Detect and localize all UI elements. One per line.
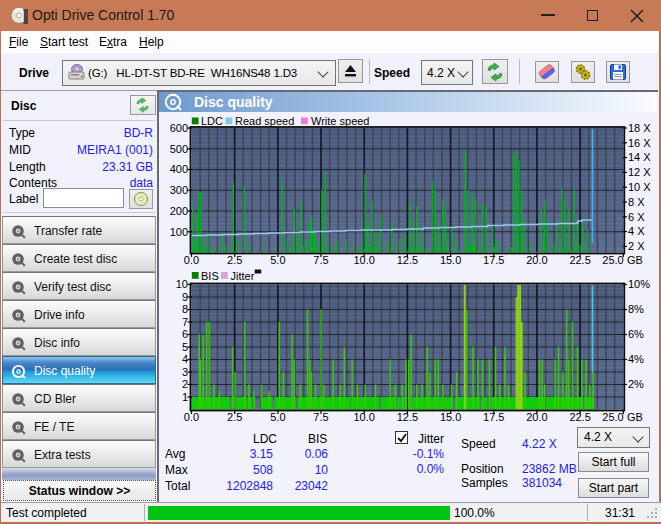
svg-text:10 X: 10 X: [628, 181, 651, 193]
svg-text:16 X: 16 X: [628, 137, 651, 149]
svg-text:4 X: 4 X: [628, 225, 645, 237]
svg-text:8 X: 8 X: [628, 196, 645, 208]
svg-text:9: 9: [182, 291, 188, 303]
svg-text:BIS: BIS: [201, 270, 219, 282]
svg-text:5: 5: [182, 341, 188, 353]
svg-text:100: 100: [170, 226, 188, 238]
svg-text:LDC: LDC: [201, 115, 223, 127]
svg-text:600: 600: [170, 122, 188, 134]
svg-text:GB: GB: [627, 411, 643, 423]
svg-text:8: 8: [182, 303, 188, 315]
svg-text:2: 2: [182, 378, 188, 390]
svg-text:200: 200: [170, 205, 188, 217]
svg-text:25.0: 25.0: [602, 254, 623, 266]
svg-text:3: 3: [182, 366, 188, 378]
svg-text:2%: 2%: [628, 378, 644, 390]
svg-text:14 X: 14 X: [628, 151, 651, 163]
svg-text:12 X: 12 X: [628, 166, 651, 178]
svg-text:500: 500: [170, 143, 188, 155]
svg-text:6%: 6%: [628, 328, 644, 340]
svg-text:8%: 8%: [628, 303, 644, 315]
svg-text:7: 7: [182, 316, 188, 328]
svg-text:25.0: 25.0: [602, 411, 623, 423]
svg-text:2 X: 2 X: [628, 240, 645, 252]
svg-text:400: 400: [170, 163, 188, 175]
svg-text:10%: 10%: [628, 278, 650, 290]
svg-text:Jitter: Jitter: [231, 270, 255, 282]
svg-text:4: 4: [182, 353, 188, 365]
svg-text:6 X: 6 X: [628, 211, 645, 223]
svg-text:Write speed: Write speed: [311, 115, 370, 127]
svg-text:Read speed: Read speed: [235, 115, 294, 127]
svg-text:10: 10: [176, 278, 188, 290]
svg-text:6: 6: [182, 328, 188, 340]
svg-text:4%: 4%: [628, 353, 644, 365]
svg-text:1: 1: [182, 391, 188, 403]
svg-text:18 X: 18 X: [628, 122, 651, 134]
svg-text:GB: GB: [627, 254, 643, 266]
svg-text:300: 300: [170, 184, 188, 196]
